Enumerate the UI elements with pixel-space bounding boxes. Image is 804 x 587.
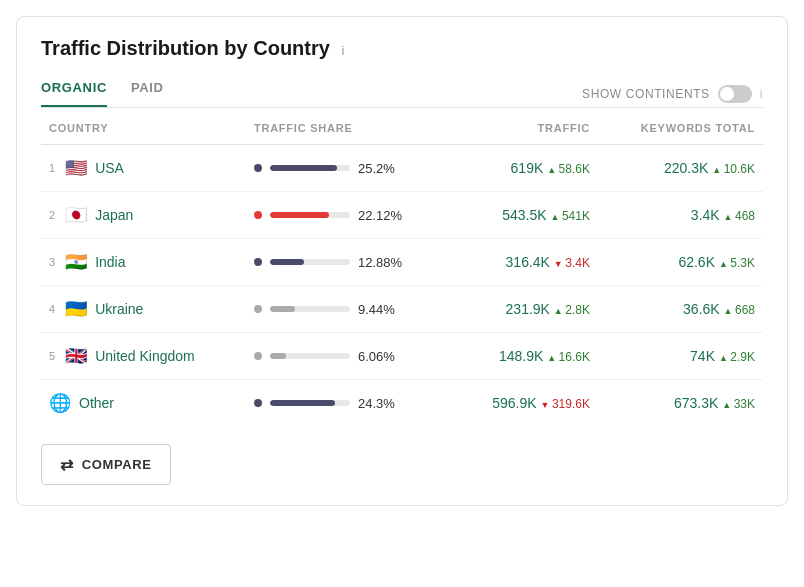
country-flag: 🌐 xyxy=(49,392,71,414)
country-name[interactable]: Ukraine xyxy=(95,301,143,317)
tab-group: ORGANIC PAID xyxy=(41,80,164,107)
country-flag: 🇮🇳 xyxy=(65,251,87,273)
bar-percent: 25.2% xyxy=(358,161,395,176)
keywords-main: 220.3K xyxy=(664,160,708,176)
keywords-cell: 62.6K 5.3K xyxy=(598,239,763,286)
table-row: 🌐 Other 24.3% 596.9K 319.6K 673.3K xyxy=(41,380,763,427)
keywords-cell: 3.4K 468 xyxy=(598,192,763,239)
traffic-main: 543.5K xyxy=(502,207,546,223)
traffic-value-cell: 619K 58.6K xyxy=(454,145,598,192)
bar-fill xyxy=(270,212,329,218)
keywords-main: 36.6K xyxy=(683,301,720,317)
country-flag: 🇬🇧 xyxy=(65,345,87,367)
country-cell: 3 🇮🇳 India xyxy=(41,239,246,286)
keywords-main: 62.6K xyxy=(678,254,715,270)
traffic-main: 596.9K xyxy=(492,395,536,411)
traffic-value-cell: 316.4K 3.4K xyxy=(454,239,598,286)
keywords-cell: 673.3K 33K xyxy=(598,380,763,427)
country-name[interactable]: Other xyxy=(79,395,114,411)
traffic-share-cell: 12.88% xyxy=(246,239,454,286)
bar-dot xyxy=(254,211,262,219)
col-keywords-total: KEYWORDS TOTAL xyxy=(598,108,763,145)
compare-button-label: COMPARE xyxy=(82,457,152,472)
bar-track xyxy=(270,400,350,406)
traffic-delta: 541K xyxy=(550,209,589,223)
traffic-value-cell: 596.9K 319.6K xyxy=(454,380,598,427)
traffic-value-cell: 231.9K 2.8K xyxy=(454,286,598,333)
traffic-main: 231.9K xyxy=(506,301,550,317)
keywords-delta: 468 xyxy=(724,209,755,223)
country-name[interactable]: United Kingdom xyxy=(95,348,195,364)
traffic-value-cell: 543.5K 541K xyxy=(454,192,598,239)
traffic-delta: 16.6K xyxy=(547,350,590,364)
traffic-share-cell: 9.44% xyxy=(246,286,454,333)
col-country: COUNTRY xyxy=(41,108,246,145)
traffic-main: 316.4K xyxy=(506,254,550,270)
col-traffic-share: TRAFFIC SHARE xyxy=(246,108,454,145)
tabs-row: ORGANIC PAID SHOW CONTINENTS i xyxy=(41,80,763,108)
keywords-cell: 36.6K 668 xyxy=(598,286,763,333)
country-name[interactable]: India xyxy=(95,254,125,270)
traffic-main: 148.9K xyxy=(499,348,543,364)
bar-dot xyxy=(254,164,262,172)
continents-info-icon[interactable]: i xyxy=(760,87,763,101)
compare-button[interactable]: ⇄ COMPARE xyxy=(41,444,171,485)
country-cell: 1 🇺🇸 USA xyxy=(41,145,246,192)
table-row: 2 🇯🇵 Japan 22.12% 543.5K 541K xyxy=(41,192,763,239)
keywords-main: 3.4K xyxy=(691,207,720,223)
keywords-delta: 5.3K xyxy=(719,256,755,270)
bar-fill xyxy=(270,165,337,171)
tab-organic[interactable]: ORGANIC xyxy=(41,80,107,107)
country-flag: 🇺🇦 xyxy=(65,298,87,320)
table-row: 4 🇺🇦 Ukraine 9.44% 231.9K 2.8K xyxy=(41,286,763,333)
keywords-delta: 33K xyxy=(722,397,755,411)
table-row: 1 🇺🇸 USA 25.2% 619K 58.6K 220 xyxy=(41,145,763,192)
traffic-delta: 58.6K xyxy=(547,162,590,176)
bar-track xyxy=(270,353,350,359)
bar-fill xyxy=(270,306,295,312)
page-title: Traffic Distribution by Country i xyxy=(41,37,763,60)
show-continents-toggle[interactable] xyxy=(718,85,752,103)
bar-percent: 9.44% xyxy=(358,302,395,317)
keywords-delta: 10.6K xyxy=(712,162,755,176)
bar-percent: 24.3% xyxy=(358,396,395,411)
tab-paid[interactable]: PAID xyxy=(131,80,164,107)
keywords-main: 74K xyxy=(690,348,715,364)
compare-icon: ⇄ xyxy=(60,455,74,474)
bar-fill xyxy=(270,400,335,406)
show-continents-control: SHOW CONTINENTS i xyxy=(582,85,763,103)
country-name[interactable]: USA xyxy=(95,160,124,176)
keywords-cell: 220.3K 10.6K xyxy=(598,145,763,192)
bar-fill xyxy=(270,353,286,359)
table-row: 5 🇬🇧 United Kingdom 6.06% 148.9K 16.6K xyxy=(41,333,763,380)
country-cell: 🌐 Other xyxy=(41,380,246,427)
title-text: Traffic Distribution by Country xyxy=(41,37,330,59)
traffic-share-cell: 22.12% xyxy=(246,192,454,239)
keywords-main: 673.3K xyxy=(674,395,718,411)
table-row: 3 🇮🇳 India 12.88% 316.4K 3.4K xyxy=(41,239,763,286)
bar-percent: 22.12% xyxy=(358,208,402,223)
country-name[interactable]: Japan xyxy=(95,207,133,223)
bar-track xyxy=(270,212,350,218)
show-continents-label: SHOW CONTINENTS xyxy=(582,87,710,101)
traffic-share-cell: 24.3% xyxy=(246,380,454,427)
keywords-delta: 668 xyxy=(724,303,755,317)
traffic-delta: 2.8K xyxy=(554,303,590,317)
title-info-icon[interactable]: i xyxy=(341,43,344,58)
bar-track xyxy=(270,165,350,171)
traffic-share-cell: 25.2% xyxy=(246,145,454,192)
keywords-delta: 2.9K xyxy=(719,350,755,364)
bar-dot xyxy=(254,352,262,360)
bar-dot xyxy=(254,258,262,266)
bar-percent: 6.06% xyxy=(358,349,395,364)
bar-dot xyxy=(254,305,262,313)
col-traffic: TRAFFIC xyxy=(454,108,598,145)
bar-percent: 12.88% xyxy=(358,255,402,270)
bar-track xyxy=(270,306,350,312)
keywords-cell: 74K 2.9K xyxy=(598,333,763,380)
traffic-share-cell: 6.06% xyxy=(246,333,454,380)
traffic-distribution-card: Traffic Distribution by Country i ORGANI… xyxy=(16,16,788,506)
bar-fill xyxy=(270,259,304,265)
traffic-delta: 319.6K xyxy=(540,397,589,411)
country-cell: 5 🇬🇧 United Kingdom xyxy=(41,333,246,380)
